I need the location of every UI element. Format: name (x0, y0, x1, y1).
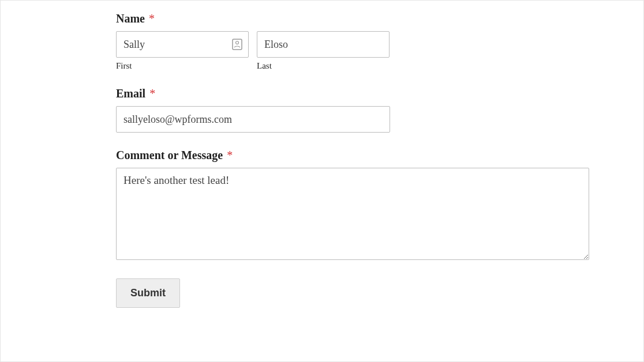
first-name-col: First (116, 31, 249, 71)
name-field-group: Name * First Last (116, 12, 528, 71)
email-input[interactable] (116, 106, 390, 133)
message-label-text: Comment or Message (116, 149, 223, 161)
name-label: Name * (116, 12, 528, 25)
message-textarea[interactable] (116, 168, 589, 260)
required-marker: * (149, 12, 155, 25)
email-field-group: Email * (116, 87, 528, 133)
message-label: Comment or Message * (116, 149, 528, 162)
email-label-text: Email (116, 87, 145, 100)
name-row: First Last (116, 31, 528, 71)
last-name-col: Last (257, 31, 390, 71)
submit-row: Submit (116, 278, 528, 308)
first-name-sublabel: First (116, 61, 249, 71)
last-name-input[interactable] (257, 31, 390, 58)
message-field-group: Comment or Message * (116, 149, 528, 262)
last-name-sublabel: Last (257, 61, 390, 71)
first-name-wrap (116, 31, 249, 58)
email-label: Email * (116, 87, 528, 100)
submit-button[interactable]: Submit (116, 278, 180, 308)
required-marker: * (149, 87, 155, 100)
name-label-text: Name (116, 12, 145, 25)
first-name-input[interactable] (116, 31, 249, 58)
required-marker: * (227, 149, 233, 161)
